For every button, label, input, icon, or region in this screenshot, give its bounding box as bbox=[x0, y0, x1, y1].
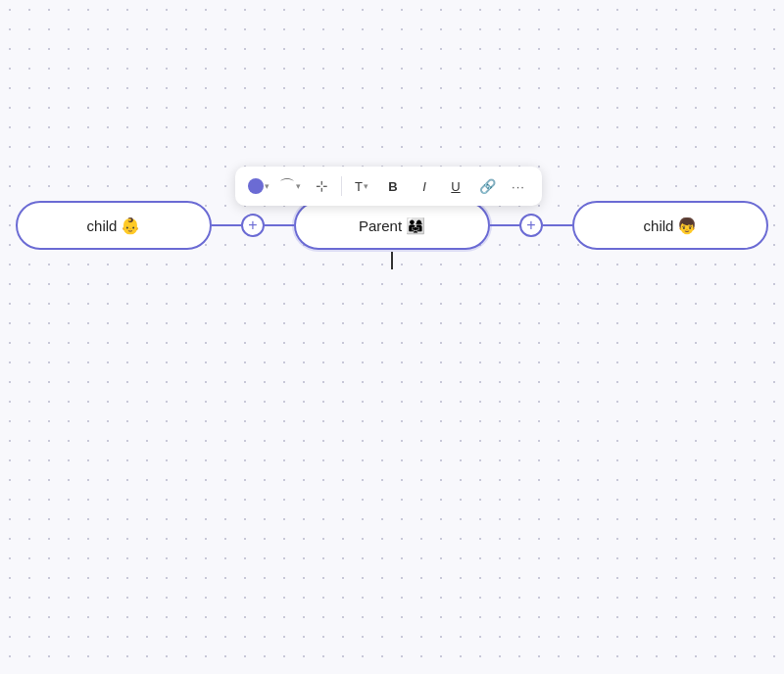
text-style-button[interactable]: T ▾ bbox=[348, 172, 375, 200]
color-chevron-icon: ▾ bbox=[265, 181, 270, 191]
color-picker-button[interactable]: ▾ bbox=[245, 172, 272, 200]
underline-button[interactable]: U bbox=[442, 172, 469, 200]
link-icon: 🔗 bbox=[479, 178, 496, 194]
left-connector-line bbox=[212, 224, 241, 226]
right-connector-line-2 bbox=[543, 224, 572, 226]
right-connector-line bbox=[490, 224, 519, 226]
mindmap-canvas: child 👶 + Parent 👨‍👩‍👧 + bbox=[20, 201, 764, 250]
add-left-icon: + bbox=[248, 217, 257, 234]
text-cursor bbox=[391, 252, 393, 269]
parent-node[interactable]: Parent 👨‍👩‍👧 bbox=[294, 201, 490, 250]
right-child-node[interactable]: child 👦 bbox=[572, 201, 768, 250]
line-style-button[interactable]: ⌒ ▾ bbox=[276, 172, 304, 200]
left-connector: + bbox=[212, 214, 294, 237]
italic-button[interactable]: I bbox=[411, 172, 438, 200]
formatting-toolbar: ▾ ⌒ ▾ ⊹ T ▾ B I U 🔗 bbox=[235, 167, 542, 206]
left-child-label: child bbox=[87, 217, 118, 234]
align-button[interactable]: ⊹ bbox=[308, 172, 335, 200]
italic-icon: I bbox=[422, 179, 426, 194]
add-left-button[interactable]: + bbox=[241, 214, 265, 237]
left-child-emoji: 👶 bbox=[121, 217, 140, 235]
parent-emoji: 👨‍👩‍👧 bbox=[406, 217, 425, 235]
right-child-emoji: 👦 bbox=[677, 217, 697, 235]
left-child-node[interactable]: child 👶 bbox=[16, 201, 212, 250]
add-right-icon: + bbox=[526, 217, 535, 234]
align-icon: ⊹ bbox=[316, 177, 328, 195]
more-icon: ··· bbox=[512, 179, 525, 194]
divider-1 bbox=[341, 176, 342, 196]
link-button[interactable]: 🔗 bbox=[473, 172, 501, 200]
text-chevron-icon: ▾ bbox=[364, 181, 368, 191]
right-connector: + bbox=[490, 214, 572, 237]
more-options-button[interactable]: ··· bbox=[505, 172, 532, 200]
underline-icon: U bbox=[451, 179, 460, 194]
bold-icon: B bbox=[388, 179, 397, 194]
text-label: T bbox=[355, 179, 363, 194]
parent-label: Parent bbox=[359, 217, 402, 234]
bold-button[interactable]: B bbox=[379, 172, 407, 200]
color-dot bbox=[248, 178, 264, 194]
right-child-label: child bbox=[644, 217, 674, 234]
line-style-chevron-icon: ▾ bbox=[296, 181, 301, 191]
add-right-button[interactable]: + bbox=[519, 214, 543, 237]
line-style-icon: ⌒ bbox=[279, 176, 295, 197]
left-connector-line-2 bbox=[265, 224, 294, 226]
canvas: ▾ ⌒ ▾ ⊹ T ▾ B I U 🔗 bbox=[0, 0, 784, 674]
